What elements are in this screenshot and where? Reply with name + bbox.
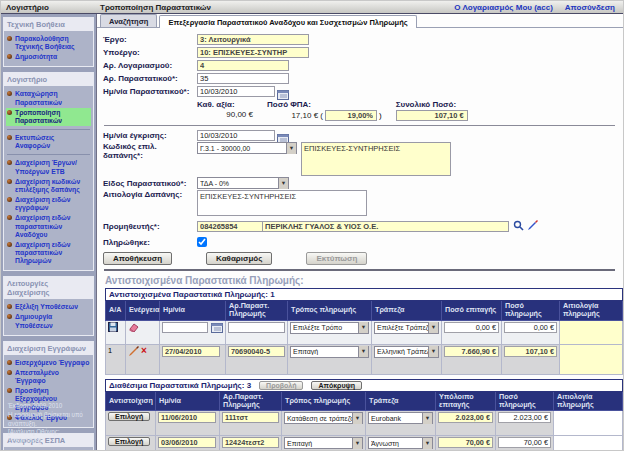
edit-pencil-icon[interactable] xyxy=(128,346,139,359)
matched-cheque-amount[interactable]: 7.660,90 € xyxy=(444,346,499,357)
sidebar-item-manage-payment-doc-kinds[interactable]: Διαχείριση ειδών παραστατικών Πληρωμών xyxy=(6,240,91,266)
save-row-icon[interactable] xyxy=(108,322,118,334)
my-account-link[interactable]: Ο Λογαριασμός Μου (acc) xyxy=(454,3,553,12)
new-row-bank-select[interactable]: Επιλέξτε Τράπεζα ▼ xyxy=(374,322,439,334)
select-row-button[interactable]: Επιλογή xyxy=(108,437,150,446)
sidebar-item-manage-expense-codes[interactable]: Διαχείριση κωδικών επιλέξιμης δαπάνης xyxy=(6,177,91,195)
sidebar-item-modify-documents[interactable]: Τροποποίηση Παραστατικών xyxy=(6,108,91,126)
print-button[interactable]: Εκτύπωση xyxy=(306,252,367,265)
total-amount-field[interactable] xyxy=(396,110,468,121)
available-bank-select[interactable]: Άγνωστη▼ xyxy=(368,437,433,449)
available-reason-cell[interactable] xyxy=(554,411,623,436)
matched-payment-row: 1 × Επιταγή ▼ xyxy=(106,344,623,374)
new-row-doc-no-field[interactable] xyxy=(228,322,285,333)
matched-method-select[interactable]: Επιταγή ▼ xyxy=(290,346,369,358)
hide-button[interactable]: Απόκρυψη xyxy=(311,381,362,390)
show-button[interactable]: Προβολή xyxy=(259,381,303,390)
sidebar-item-technical-help-monitoring[interactable]: Παρακολούθηση Τεχνικής Βοήθειας xyxy=(6,34,91,52)
new-row-date-field[interactable] xyxy=(162,322,208,333)
logout-link[interactable]: Αποσύνδεση xyxy=(565,3,615,12)
sidebar-section-title: Διαχείριση Εγγράφων xyxy=(4,342,93,355)
bullet-icon xyxy=(7,242,12,247)
supplier-name-field[interactable] xyxy=(263,221,509,232)
available-balance-amount[interactable]: 70,00 € xyxy=(438,437,493,448)
tab-edit-document[interactable]: Επεξεργασία Παραστατικού Αναδόχου και Συ… xyxy=(159,15,416,28)
calendar-icon[interactable] xyxy=(277,86,289,97)
sidebar-divider xyxy=(7,129,90,130)
subproject-field[interactable] xyxy=(197,47,309,58)
chevron-down-icon: ▼ xyxy=(428,346,438,357)
available-bank-select[interactable]: Eurobank▼ xyxy=(368,412,433,424)
sidebar-item-case-progress[interactable]: Εξέλιξη Υποθέσεων xyxy=(6,302,91,312)
sidebar-item-manage-projects[interactable]: Διαχείριση Έργων/Υποέργων ΕΤΒ xyxy=(6,158,91,176)
new-row-reason-cell[interactable] xyxy=(560,320,623,344)
expense-code-description[interactable]: ΕΠΙΣΚΕΥΕΣ-ΣΥΝΤΗΡΗΣΕΙΣ xyxy=(301,142,451,176)
project-field[interactable] xyxy=(197,34,309,45)
expense-code-select[interactable]: Γ.3.1 - 30000,00 ▼ xyxy=(197,142,297,154)
chevron-down-icon: ▼ xyxy=(358,346,368,357)
matched-date-field[interactable] xyxy=(162,346,220,357)
delete-x-icon[interactable]: × xyxy=(141,345,147,356)
available-method-select[interactable]: Επιταγή▼ xyxy=(284,437,363,449)
available-doc-no-field[interactable] xyxy=(222,412,279,423)
available-reason-cell[interactable] xyxy=(554,436,623,451)
save-button[interactable]: Αποθήκευση xyxy=(103,252,172,265)
calendar-icon[interactable] xyxy=(277,130,289,141)
sidebar-section-title: Τεχνική Βοήθεια xyxy=(4,18,93,31)
sidebar-item-manage-contractor-doc-kinds[interactable]: Διαχείριση ειδών παραστατικών Αναδόχου xyxy=(6,213,91,239)
column-header: Ποσό πληρωμής xyxy=(496,391,554,411)
sidebar-item-register-documents[interactable]: Καταχώρηση Παραστατικών xyxy=(6,89,91,107)
paid-checkbox[interactable] xyxy=(197,237,207,247)
sidebar-item-report-prints[interactable]: Εκτυπώσεις Αναφορών xyxy=(6,133,91,151)
clear-button[interactable]: Καθαρισμός xyxy=(206,252,272,265)
matched-bank-select[interactable]: Ελληνική Τράπεζα ▼ xyxy=(374,346,439,358)
matched-payment-amount[interactable]: 107,10 € xyxy=(504,346,557,357)
available-date-field[interactable] xyxy=(158,437,216,448)
vat-rate-field[interactable] xyxy=(325,110,377,121)
chevron-down-icon: ▼ xyxy=(352,438,362,449)
search-icon[interactable] xyxy=(513,217,524,235)
doc-no-field[interactable] xyxy=(197,73,289,84)
new-row-method-select[interactable]: Επιλέξτε Τρόπο ▼ xyxy=(290,322,369,334)
net-amount-label: Καθ. αξία: xyxy=(197,100,253,109)
matched-reason-cell[interactable] xyxy=(560,344,623,374)
sidebar-item-manage-document-kinds[interactable]: Διαχείριση ειδών εγγράφων xyxy=(6,195,91,213)
doc-date-field[interactable] xyxy=(197,86,275,97)
matched-payments-table: Αντιστοιχισμένα Παραστατικά Πληρωμής: 1 … xyxy=(105,288,623,375)
available-method-select[interactable]: Κατάθεση σε τράπεζα▼ xyxy=(284,412,363,424)
bullet-icon xyxy=(7,197,12,202)
doc-type-select[interactable]: ΤΔΑ - 0% ▼ xyxy=(197,177,289,189)
available-balance-amount[interactable]: 2.023,00 € xyxy=(438,412,493,423)
sidebar-item-sent-document[interactable]: Απεσταλμένο Έγγραφο xyxy=(6,368,91,386)
account-no-field[interactable] xyxy=(197,60,289,71)
tab-search[interactable]: Αναζήτηση xyxy=(100,14,157,27)
available-payments-table: Διαθέσιμα Παραστατικά Πληρωμής: 3 Προβολ… xyxy=(105,379,623,451)
available-payment-row: Επιλογή Κατάθεση σε τράπεζα▼ Eurobank▼ 2… xyxy=(106,411,623,436)
select-row-button[interactable]: Επιλογή xyxy=(108,412,150,421)
edit-pen-icon[interactable] xyxy=(527,217,538,235)
matched-doc-no-field[interactable] xyxy=(228,346,285,357)
available-date-field[interactable] xyxy=(158,412,216,423)
app-title: Λογιστήριο xyxy=(1,3,96,12)
subproject-label: Υποέργο: xyxy=(103,48,197,57)
new-row-payment-amount[interactable]: 0,00 € xyxy=(504,322,557,333)
available-table-caption: Διαθέσιμα Παραστατικά Πληρωμής: 3 xyxy=(109,381,251,390)
eraser-icon[interactable] xyxy=(128,322,140,334)
available-doc-no-field[interactable] xyxy=(222,437,279,448)
section-divider xyxy=(104,269,615,271)
version-footer: Έκδοση 2009-2010 Η εφαρμογή βρίσκεται υπ… xyxy=(8,402,93,446)
available-payment-amount[interactable]: 2.023,00 € xyxy=(498,412,551,423)
sidebar-item-incoming-document[interactable]: Εισερχόμενο Έγγραφο xyxy=(6,358,91,368)
new-row-cheque-amount[interactable]: 0,00 € xyxy=(444,322,499,333)
supplier-code-field[interactable] xyxy=(197,221,263,232)
bullet-icon xyxy=(7,388,12,393)
bullet-icon xyxy=(7,370,12,375)
expense-reason-field[interactable]: ΕΠΙΣΚΕΥΕΣ-ΣΥΝΤΗΡΗΣΕΙΣ xyxy=(197,190,367,216)
calendar-icon[interactable] xyxy=(211,322,223,333)
column-header: Αντιστοίχιση xyxy=(106,391,156,411)
chevron-down-icon: ▼ xyxy=(286,143,296,154)
approval-date-field[interactable] xyxy=(197,130,275,141)
available-payment-amount[interactable]: 70,00 € xyxy=(498,437,551,448)
sidebar-item-publicity[interactable]: Δημοσιότητα xyxy=(6,52,91,62)
sidebar-item-case-creation[interactable]: Δημιουργία Υποθέσεων xyxy=(6,312,91,330)
